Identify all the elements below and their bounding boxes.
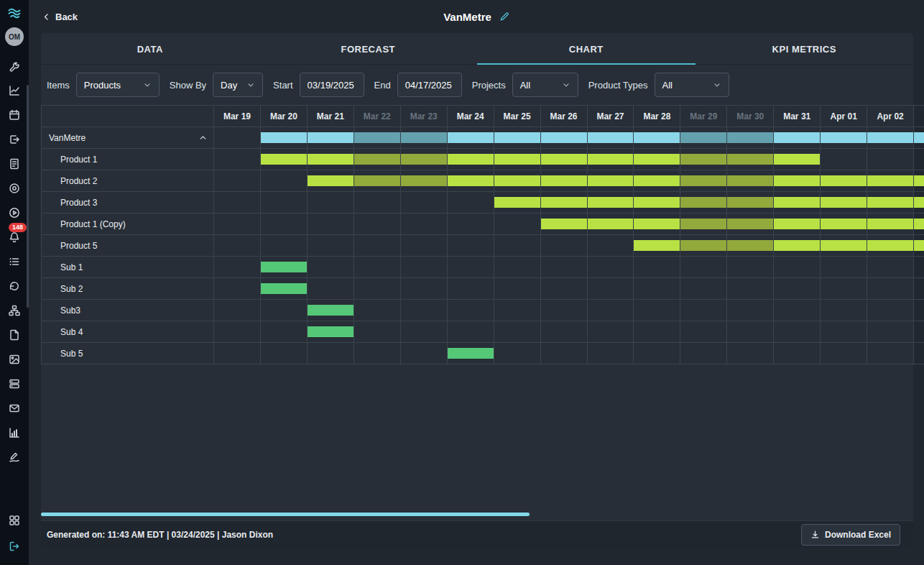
- gantt-bar-segment[interactable]: [680, 154, 726, 165]
- gantt-bar-segment[interactable]: [727, 132, 773, 143]
- gantt-bar-segment[interactable]: [401, 175, 447, 186]
- gantt-bar-segment[interactable]: [541, 197, 587, 208]
- gantt-bar-segment[interactable]: [448, 175, 494, 186]
- gantt-bar-segment[interactable]: [588, 132, 634, 143]
- avatar[interactable]: OM: [5, 27, 24, 46]
- sign-out-icon[interactable]: [0, 536, 29, 556]
- gantt-bar-segment[interactable]: [541, 132, 587, 143]
- gantt-bar-segment[interactable]: [541, 219, 587, 229]
- gantt-bar-segment[interactable]: [680, 219, 726, 229]
- apps-grid-icon[interactable]: [0, 510, 29, 530]
- hierarchy-icon[interactable]: [0, 300, 29, 321]
- gantt-row-label[interactable]: Sub 5: [42, 343, 214, 364]
- gantt-bar-segment[interactable]: [308, 326, 354, 337]
- tab-chart[interactable]: CHART: [477, 33, 696, 64]
- gantt-bar-segment[interactable]: [308, 132, 354, 143]
- gantt-row-label[interactable]: Product 1: [42, 149, 214, 170]
- signature-icon[interactable]: [0, 447, 29, 467]
- gantt-bar-segment[interactable]: [588, 154, 634, 165]
- sidebar-scrollbar[interactable]: [27, 85, 29, 308]
- gantt-bar-segment[interactable]: [727, 154, 773, 165]
- calendar-icon[interactable]: [0, 105, 29, 125]
- gantt-bar-segment[interactable]: [634, 175, 680, 186]
- gantt-bar-segment[interactable]: [494, 175, 540, 186]
- gantt-bar-segment[interactable]: [588, 175, 634, 186]
- gantt-bar-segment[interactable]: [821, 240, 867, 251]
- gantt-bar-segment[interactable]: [494, 132, 540, 143]
- gantt-bar-segment[interactable]: [914, 132, 924, 143]
- gantt-bar-segment[interactable]: [308, 154, 354, 165]
- play-circle-icon[interactable]: [0, 203, 29, 223]
- list-icon[interactable]: [0, 252, 29, 272]
- gantt-bar-segment[interactable]: [448, 132, 494, 143]
- gantt-bar-segment[interactable]: [774, 240, 820, 251]
- gantt-row-label[interactable]: VanMetre: [42, 127, 214, 149]
- wrench-icon[interactable]: [0, 56, 29, 76]
- tab-data[interactable]: DATA: [41, 33, 259, 64]
- gantt-bar-segment[interactable]: [914, 240, 924, 251]
- product-types-select[interactable]: All: [655, 73, 729, 97]
- gantt-bar-segment[interactable]: [354, 154, 400, 165]
- gantt-row-label[interactable]: Product 2: [42, 170, 214, 192]
- gantt-bar-segment[interactable]: [727, 219, 773, 229]
- gantt-bar-segment[interactable]: [448, 154, 494, 165]
- gantt-row-label[interactable]: Product 3: [42, 192, 214, 213]
- gantt-bar-segment[interactable]: [680, 197, 726, 208]
- gantt-bar-segment[interactable]: [774, 132, 820, 143]
- gantt-bar-segment[interactable]: [261, 154, 307, 165]
- gantt-bar-segment[interactable]: [774, 219, 820, 229]
- gantt-bar-segment[interactable]: [821, 197, 867, 208]
- gantt-row-label[interactable]: Sub3: [42, 300, 214, 321]
- gantt-bar-segment[interactable]: [634, 154, 680, 165]
- gantt-bar-segment[interactable]: [634, 132, 680, 143]
- document-icon[interactable]: [0, 325, 29, 345]
- horizontal-scrollbar[interactable]: [41, 513, 530, 516]
- gantt-bar-segment[interactable]: [867, 132, 913, 143]
- server-icon[interactable]: [0, 374, 29, 394]
- image-icon[interactable]: [0, 349, 29, 369]
- line-chart-icon[interactable]: [0, 81, 29, 101]
- gantt-bar-segment[interactable]: [401, 132, 447, 143]
- gantt-row-label[interactable]: Sub 2: [42, 278, 214, 300]
- gantt-bar-segment[interactable]: [867, 197, 913, 208]
- gantt-bar-segment[interactable]: [680, 132, 726, 143]
- gantt-bar-segment[interactable]: [261, 262, 307, 272]
- gantt-bar-segment[interactable]: [541, 154, 587, 165]
- gantt-bar-segment[interactable]: [680, 240, 726, 251]
- bar-chart-icon[interactable]: [0, 423, 29, 443]
- gantt-bar-segment[interactable]: [308, 175, 354, 186]
- gantt-bar-segment[interactable]: [401, 154, 447, 165]
- tab-forecast[interactable]: FORECAST: [259, 33, 478, 64]
- items-select[interactable]: Products: [76, 73, 160, 97]
- tab-kpi-metrics[interactable]: KPI METRICS: [696, 33, 914, 64]
- gantt-bar-segment[interactable]: [448, 348, 494, 359]
- start-date-input[interactable]: [300, 73, 364, 97]
- report-icon[interactable]: [0, 154, 29, 174]
- back-button[interactable]: Back: [42, 12, 78, 22]
- bell-icon[interactable]: 148: [0, 227, 29, 247]
- gantt-bar-segment[interactable]: [774, 154, 820, 165]
- gantt-bar-segment[interactable]: [914, 197, 924, 208]
- gantt-bar-segment[interactable]: [821, 175, 867, 186]
- gantt-bar-segment[interactable]: [774, 197, 820, 208]
- gantt-bar-segment[interactable]: [494, 154, 540, 165]
- history-icon[interactable]: [0, 276, 29, 296]
- gantt-bar-segment[interactable]: [727, 197, 773, 208]
- download-excel-button[interactable]: Download Excel: [801, 524, 900, 546]
- collapse-chevron-icon[interactable]: [198, 133, 208, 142]
- gantt-row-label[interactable]: Product 5: [42, 235, 214, 257]
- export-arrow-icon[interactable]: [0, 129, 29, 150]
- gantt-bar-segment[interactable]: [494, 197, 540, 208]
- gantt-bar-segment[interactable]: [821, 219, 867, 229]
- gantt-bar-segment[interactable]: [308, 305, 354, 316]
- gantt-bar-segment[interactable]: [821, 132, 867, 143]
- end-date-input[interactable]: [397, 73, 462, 97]
- projects-select[interactable]: All: [512, 73, 578, 97]
- gantt-bar-segment[interactable]: [634, 197, 680, 208]
- gantt-bar-segment[interactable]: [867, 175, 913, 186]
- gantt-bar-segment[interactable]: [634, 240, 680, 251]
- gantt-bar-segment[interactable]: [588, 219, 634, 229]
- gantt-bar-segment[interactable]: [774, 175, 820, 186]
- gantt-bar-segment[interactable]: [261, 283, 307, 294]
- gantt-bar-segment[interactable]: [634, 219, 680, 229]
